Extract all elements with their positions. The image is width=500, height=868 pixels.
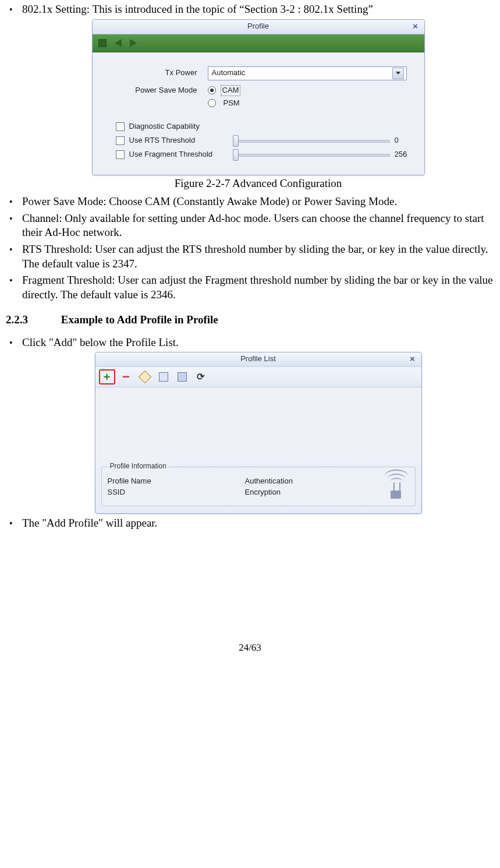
frag-checkbox[interactable] xyxy=(116,150,125,159)
slider-thumb[interactable] xyxy=(233,135,239,147)
frag-value: 256 xyxy=(395,150,407,160)
minus-icon: − xyxy=(122,373,130,381)
psm-radio-label: PSM xyxy=(222,98,242,109)
slider-thumb[interactable] xyxy=(233,149,239,161)
profile-list-window: Profile List × + − ⟳ Profile Information… xyxy=(95,352,422,514)
rts-value: 0 xyxy=(395,136,399,146)
authentication-label: Authentication xyxy=(245,477,377,486)
edit-icon xyxy=(138,371,151,384)
profile-information-group: Profile Information Profile Name SSID Au… xyxy=(101,467,416,506)
bullet-channel: Channel: Only available for setting unde… xyxy=(6,211,494,240)
export-icon xyxy=(178,372,187,382)
stop-icon[interactable] xyxy=(98,39,107,47)
wireless-icon xyxy=(382,475,409,500)
tx-power-value: Automatic xyxy=(212,68,246,78)
titlebar: Profile List × xyxy=(95,352,421,367)
import-icon xyxy=(159,372,168,382)
bullet-text: Channel: Only available for setting unde… xyxy=(22,212,484,239)
back-icon[interactable] xyxy=(115,39,122,47)
frag-label: Use Fragment Threshold xyxy=(129,150,228,160)
cam-radio-label: CAM xyxy=(221,85,241,96)
profile-window: Profile × Tx Power Automatic xyxy=(92,19,425,176)
diagnostic-checkbox[interactable] xyxy=(116,122,125,131)
slider-track xyxy=(233,140,390,143)
cam-radio[interactable] xyxy=(208,86,216,94)
figure-profile-list: Profile List × + − ⟳ Profile Information… xyxy=(22,352,494,514)
bullet-text: The "Add Profile" will appear. xyxy=(22,517,157,529)
bullet-power-save: Power Save Mode: Choose CAM (Constantly … xyxy=(6,195,494,209)
ssid-label: SSID xyxy=(108,488,239,497)
rts-label: Use RTS Threshold xyxy=(129,136,228,146)
frag-slider[interactable] xyxy=(233,149,390,160)
titlebar: Profile × xyxy=(93,20,424,34)
psm-radio[interactable] xyxy=(208,99,216,107)
bullet-frag: Fragment Threshold: User can adjust the … xyxy=(6,273,494,302)
import-button[interactable] xyxy=(156,370,171,384)
close-icon[interactable]: × xyxy=(407,354,418,364)
export-button[interactable] xyxy=(175,370,190,384)
profile-list-area[interactable] xyxy=(95,387,421,463)
page-number: 24/63 xyxy=(6,641,494,654)
profile-name-label: Profile Name xyxy=(108,477,239,486)
bullet-text: 802.1x Setting: This is introduced in th… xyxy=(22,3,373,15)
window-title: Profile xyxy=(93,22,424,31)
section-number: 2.2.3 xyxy=(6,313,58,327)
bullet-rts: RTS Threshold: User can adjust the RTS t… xyxy=(6,242,494,271)
bullet-text: Click "Add" below the Profile List. xyxy=(22,336,179,348)
bullet-text: Power Save Mode: Choose CAM (Constantly … xyxy=(22,195,397,207)
rts-checkbox[interactable] xyxy=(116,136,125,145)
encryption-label: Encryption xyxy=(245,488,377,497)
forward-icon[interactable] xyxy=(130,39,137,47)
chevron-down-icon[interactable] xyxy=(392,68,404,79)
bullet-text: RTS Threshold: User can adjust the RTS t… xyxy=(22,243,488,270)
window-title: Profile List xyxy=(95,354,421,364)
nav-bar xyxy=(93,34,424,52)
bullet-8021x: 802.1x Setting: This is introduced in th… xyxy=(6,2,494,191)
add-button[interactable]: + xyxy=(99,369,115,384)
toolbar: + − ⟳ xyxy=(95,367,421,387)
refresh-button[interactable]: ⟳ xyxy=(193,370,208,384)
tx-power-dropdown[interactable]: Automatic xyxy=(208,66,407,80)
bullet-click-add: Click "Add" below the Profile List. Prof… xyxy=(6,336,494,514)
tx-power-label: Tx Power xyxy=(116,68,208,78)
rts-slider[interactable] xyxy=(233,135,390,146)
refresh-icon: ⟳ xyxy=(197,371,204,383)
edit-button[interactable] xyxy=(137,370,153,384)
bullet-add-profile-appear: The "Add Profile" will appear. xyxy=(6,516,494,531)
figure-advanced-config: Profile × Tx Power Automatic xyxy=(22,19,494,176)
group-legend: Profile Information xyxy=(108,462,169,471)
delete-button[interactable]: − xyxy=(119,370,134,384)
bullet-text: Fragment Threshold: User can adjust the … xyxy=(22,274,493,301)
power-save-mode-label: Power Save Mode xyxy=(116,86,208,96)
close-icon[interactable]: × xyxy=(410,21,421,31)
plus-icon: + xyxy=(104,372,111,382)
diagnostic-label: Diagnostic Capability xyxy=(129,122,200,132)
slider-track xyxy=(233,154,390,157)
section-heading: 2.2.3 Example to Add Profile in Profile xyxy=(6,313,494,327)
window-body: Tx Power Automatic Power Save Mode CAM xyxy=(93,52,424,175)
figure1-caption: Figure 2-2-7 Advanced Configuration xyxy=(22,177,494,191)
section-title: Example to Add Profile in Profile xyxy=(61,313,218,326)
